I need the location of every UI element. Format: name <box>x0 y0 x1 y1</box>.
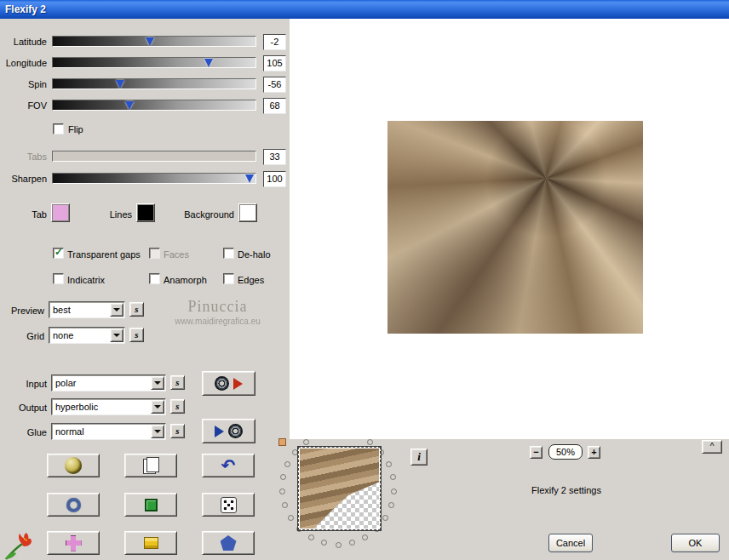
memory-dot[interactable] <box>362 534 368 540</box>
zoom-level: 50% <box>548 444 583 460</box>
transparent-gaps-checkbox[interactable]: ✓ <box>53 248 64 259</box>
longitude-label: Longitude <box>0 58 47 68</box>
anamorph-checkbox[interactable] <box>149 273 160 284</box>
indicatrix-checkbox[interactable] <box>53 273 64 284</box>
fov-slider-thumb[interactable] <box>125 101 134 110</box>
tabs-value[interactable]: 33 <box>263 149 286 165</box>
tabs-row: Tabs 33 <box>0 149 290 166</box>
collapse-button[interactable]: ^ <box>702 440 722 454</box>
memory-dot[interactable] <box>388 502 394 508</box>
sharpen-label: Sharpen <box>0 174 47 184</box>
zoom-out-button[interactable]: − <box>530 446 542 459</box>
tab-color-swatch[interactable] <box>51 203 70 222</box>
cd-icon <box>215 376 229 391</box>
settings-thumbnail[interactable] <box>297 446 382 531</box>
grid-combo-value: none <box>53 330 73 340</box>
edges-checkbox[interactable] <box>223 273 234 284</box>
flip-checkbox[interactable] <box>53 123 64 134</box>
sharpen-row: Sharpen 100 <box>0 171 290 188</box>
chevron-down-icon[interactable] <box>151 400 164 414</box>
random-dice-button[interactable] <box>202 493 255 517</box>
latitude-slider[interactable] <box>52 36 256 47</box>
memory-dot[interactable] <box>321 540 327 546</box>
longitude-row: Longitude 105 <box>0 55 290 72</box>
longitude-slider[interactable] <box>52 57 256 68</box>
chevron-down-icon[interactable] <box>110 303 123 317</box>
title-bar[interactable]: Flexify 2 <box>0 0 729 19</box>
ring-button[interactable] <box>47 493 100 517</box>
glue-combo-label: Glue <box>0 426 47 438</box>
glue-combo-value: normal <box>55 426 84 437</box>
input-combo[interactable]: polar <box>51 374 166 391</box>
longitude-value[interactable]: 105 <box>263 55 286 71</box>
lines-color-swatch[interactable] <box>136 203 155 222</box>
fov-slider[interactable] <box>52 100 256 111</box>
grid-combo[interactable]: none <box>49 327 125 344</box>
memory-dot[interactable] <box>288 515 294 521</box>
globe-button[interactable] <box>47 454 100 477</box>
grid-combo-label: Grid <box>0 330 44 342</box>
green-square-button[interactable] <box>124 493 177 517</box>
ok-button[interactable]: OK <box>671 534 720 552</box>
sharpen-slider-thumb[interactable] <box>245 174 254 183</box>
spin-value[interactable]: -56 <box>263 77 286 93</box>
preview-image <box>387 121 643 334</box>
memory-dot[interactable] <box>367 439 373 445</box>
longitude-slider-thumb[interactable] <box>204 59 213 67</box>
memory-dot[interactable] <box>284 461 290 467</box>
memory-dot[interactable] <box>336 542 342 548</box>
memory-dot[interactable] <box>382 515 388 521</box>
yellow-box-button[interactable] <box>124 531 177 555</box>
glue-combo[interactable]: normal <box>51 423 166 440</box>
dice-icon <box>221 497 237 513</box>
memory-dot[interactable] <box>386 461 392 467</box>
cd-icon <box>228 424 243 438</box>
memory-dot[interactable] <box>279 489 285 494</box>
memory-dot[interactable] <box>303 439 309 445</box>
chevron-down-icon[interactable] <box>110 329 123 342</box>
output-settings-button[interactable]: s <box>170 399 185 414</box>
disc-play-button[interactable] <box>202 371 255 396</box>
latitude-value[interactable]: -2 <box>263 34 286 50</box>
grid-settings-button[interactable]: s <box>129 328 144 342</box>
copy-button[interactable] <box>124 454 177 477</box>
play-disc-button[interactable] <box>202 419 255 443</box>
memory-dot[interactable] <box>308 534 314 540</box>
spin-label: Spin <box>0 79 47 89</box>
pink-cross-button[interactable] <box>47 531 100 555</box>
cancel-button[interactable]: Cancel <box>548 534 593 552</box>
sharpen-slider[interactable] <box>52 173 256 184</box>
memory-dot[interactable] <box>390 474 396 480</box>
output-combo-value: hyperbolic <box>55 402 98 412</box>
logo-flower-icon[interactable] <box>3 533 32 560</box>
memory-dot[interactable] <box>280 474 286 480</box>
preview-settings-button[interactable]: s <box>129 302 144 317</box>
memory-dot[interactable] <box>349 540 355 546</box>
spin-slider[interactable] <box>52 78 256 89</box>
pentagon-button[interactable] <box>202 531 255 555</box>
background-color-swatch[interactable] <box>238 203 257 222</box>
memory-dot[interactable] <box>282 502 288 508</box>
watermark-url: www.maidiregrafica.eu <box>156 317 279 326</box>
undo-button[interactable]: ↶ <box>202 454 255 477</box>
zoom-in-button[interactable]: + <box>588 446 600 459</box>
latitude-slider-thumb[interactable] <box>146 37 154 46</box>
indicatrix-label: Indicatrix <box>67 274 105 286</box>
chevron-down-icon[interactable] <box>151 376 164 390</box>
fov-value[interactable]: 68 <box>263 98 286 114</box>
lines-swatch-label: Lines <box>85 209 132 220</box>
dehalo-checkbox[interactable] <box>223 248 234 259</box>
sharpen-value[interactable]: 100 <box>263 171 286 187</box>
output-combo[interactable]: hyperbolic <box>51 398 166 415</box>
info-button[interactable]: i <box>410 449 428 466</box>
spin-slider-thumb[interactable] <box>116 80 124 89</box>
memory-dot[interactable] <box>391 489 397 494</box>
chevron-down-icon[interactable] <box>151 425 164 438</box>
preview-combo[interactable]: best <box>49 301 125 318</box>
selection-border <box>298 447 381 530</box>
input-settings-button[interactable]: s <box>170 375 185 390</box>
fov-label: FOV <box>0 100 47 111</box>
undo-arrow-icon: ↶ <box>221 457 236 474</box>
glue-settings-button[interactable]: s <box>170 424 185 438</box>
cross-icon <box>66 535 82 551</box>
